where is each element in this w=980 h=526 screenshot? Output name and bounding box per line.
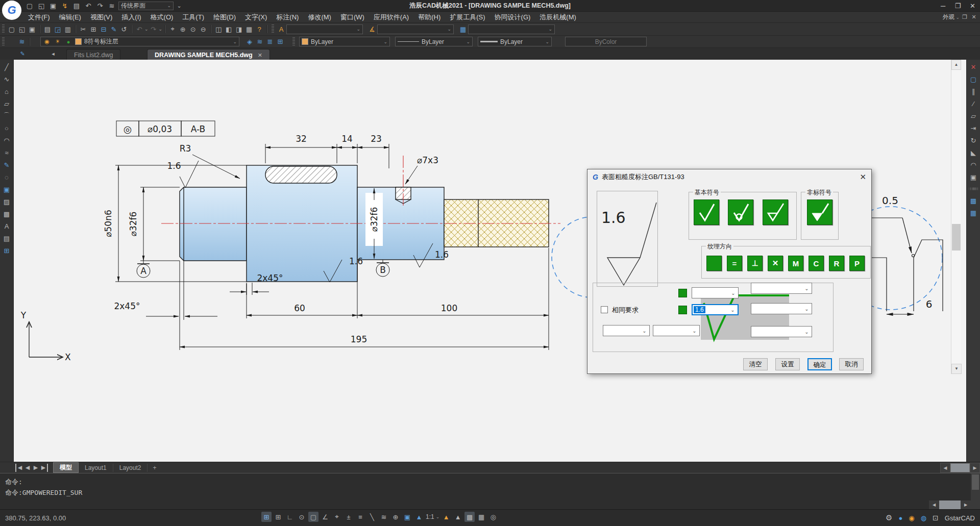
toolbar-grip[interactable] <box>292 37 295 46</box>
cut-icon[interactable]: ✂ <box>78 24 88 34</box>
canvas-vscrollbar[interactable]: ▲ ▼ <box>951 60 961 374</box>
menu-mechanical[interactable]: 浩辰机械(M) <box>535 12 581 23</box>
doc-tab-active[interactable]: DRAWING SAMPLE MECH5.dwg ✕ <box>147 49 270 60</box>
tab-layout2[interactable]: Layout2 <box>113 464 148 472</box>
lineweight-select[interactable]: ByLayer ⌄ <box>478 37 552 46</box>
paste-icon[interactable]: ⊟ <box>99 24 109 34</box>
cmd-scroll-right-icon[interactable]: ▶ <box>961 500 971 509</box>
save-icon[interactable]: ▣ <box>48 1 58 11</box>
transparency-toggle-icon[interactable]: ╲ <box>367 512 377 522</box>
gradient-icon[interactable]: ▩ <box>2 209 12 219</box>
array-icon[interactable]: ▱ <box>968 111 978 121</box>
copy-clip-icon[interactable]: ⊞ <box>88 24 99 34</box>
texture-button-perpendicular[interactable]: ⊥ <box>747 256 763 271</box>
right-select-3[interactable]: ⌄ <box>751 326 812 337</box>
chevron-down-icon[interactable]: ⌄ <box>436 514 440 519</box>
layer-on-icon[interactable]: ◉ <box>43 38 51 46</box>
menu-modify[interactable]: 修改(M) <box>303 12 336 23</box>
basic-symbol-button-2[interactable] <box>728 199 753 225</box>
zoom-window-icon[interactable]: ⊕ <box>178 24 188 34</box>
redo-icon[interactable]: ↷ <box>95 1 105 11</box>
next-layout-icon[interactable]: ▶ <box>32 464 40 472</box>
polar-toggle-icon[interactable]: ⊙ <box>297 512 307 522</box>
trim-icon[interactable]: ▩ <box>968 195 978 206</box>
text-style-select[interactable]: ⌄ <box>286 24 363 34</box>
rotate-icon[interactable]: ↻ <box>968 135 978 145</box>
toolbar-grip[interactable] <box>2 37 5 46</box>
right-select-1[interactable]: ⌄ <box>751 283 812 294</box>
image-icon[interactable]: ⊞ <box>2 245 12 256</box>
rectangle-icon[interactable]: ▱ <box>2 98 12 109</box>
nonstd-symbol-button[interactable] <box>807 199 832 225</box>
block-icon[interactable]: ▣ <box>2 184 12 194</box>
fullscreen-icon[interactable]: ⊡ <box>933 514 939 522</box>
table-icon[interactable]: ▤ <box>2 233 12 243</box>
cmd-hscroll-thumb[interactable] <box>939 500 961 509</box>
fillet-icon[interactable]: ◠ <box>968 160 978 170</box>
menu-express[interactable]: 扩展工具(S) <box>445 12 489 23</box>
dim-style-select[interactable]: ⌄ <box>377 24 454 34</box>
annotation-scale-icon[interactable]: ▲ <box>414 512 424 522</box>
match-properties-icon[interactable]: ✎ <box>109 24 119 34</box>
arc-icon[interactable]: ⌒ <box>2 111 12 121</box>
lineweight-toggle-icon[interactable]: ≡ <box>355 512 365 522</box>
menu-draw[interactable]: 绘图(D) <box>209 12 240 23</box>
cmd-scroll-left-icon[interactable]: ◀ <box>929 500 939 509</box>
upper-color-chip[interactable] <box>678 289 687 297</box>
line-icon[interactable]: ╱ <box>2 62 12 72</box>
menu-collaboration[interactable]: 协同设计(G) <box>490 12 535 23</box>
texture-button-r[interactable]: R <box>829 256 844 271</box>
layer-select[interactable]: ◉ ☀ ● 8符号标注层 ⌄ <box>40 37 239 46</box>
toolbar-options-icon[interactable]: ⌄ <box>175 2 183 10</box>
open-folder-icon[interactable]: ◱ <box>36 1 46 11</box>
menu-insert[interactable]: 插入(I) <box>117 12 145 23</box>
dialog-title-bar[interactable]: G 表面粗糙度标注GB/T131-93 ✕ <box>587 169 871 185</box>
menu-format[interactable]: 格式(O) <box>146 12 178 23</box>
chamfer-icon[interactable]: ◣ <box>968 147 978 158</box>
right-select-2[interactable]: ⌄ <box>751 303 812 314</box>
settings-button[interactable]: 设置 <box>775 358 800 370</box>
zoom-previous-icon[interactable]: ⊖ <box>198 24 208 34</box>
move-icon[interactable]: ⇥ <box>968 123 978 133</box>
print-preview-icon[interactable]: ◲ <box>53 24 63 34</box>
menu-text[interactable]: 文字(X) <box>240 12 272 23</box>
menu-dimension[interactable]: 标注(N) <box>272 12 303 23</box>
save-icon[interactable]: ▣ <box>27 24 37 34</box>
plot-icon[interactable]: ↯ <box>60 1 70 11</box>
menu-help[interactable]: 帮助(H) <box>413 12 445 23</box>
menu-window[interactable]: 窗口(W) <box>336 12 369 23</box>
point-icon[interactable]: ◌ <box>2 172 12 182</box>
restore-button[interactable]: ❐ <box>950 1 965 11</box>
scroll-up-icon[interactable]: ▲ <box>951 60 961 70</box>
ok-button[interactable]: 确定 <box>807 358 832 370</box>
command-window[interactable]: 命令: 命令:GMPOWEREDIT_SUR ◀ ▶ <box>0 473 980 509</box>
tab-edit-icon[interactable]: ✎ <box>18 50 27 58</box>
workspace-select[interactable]: 传统界面 ⌄ <box>118 2 174 10</box>
mirror-icon[interactable]: ∥ <box>968 86 978 96</box>
lower-color-chip[interactable] <box>678 306 687 314</box>
menu-file[interactable]: 文件(F) <box>23 12 55 23</box>
first-layout-icon[interactable]: ◀ <box>15 464 23 472</box>
auto-scale-icon[interactable]: ▲ <box>441 512 451 522</box>
gear-icon[interactable]: ⚙ <box>886 513 892 522</box>
linetype-select[interactable]: ByLayer ⌄ <box>395 37 473 46</box>
layer-states-icon[interactable]: ≋ <box>255 37 265 47</box>
layer-filter-icon[interactable]: ◈ <box>244 37 255 47</box>
assistant-icon[interactable]: ◍ <box>921 514 926 522</box>
dynamic-input-icon[interactable]: ± <box>344 512 354 522</box>
texture-button-parallel[interactable]: = <box>727 256 742 271</box>
open-folder-icon[interactable]: ◱ <box>17 24 27 34</box>
pan-icon[interactable]: ⌖ <box>167 24 178 34</box>
quick-properties-icon[interactable]: ▦ <box>476 512 486 522</box>
menu-view[interactable]: 视图(V) <box>86 12 117 23</box>
bottom-left-select-2[interactable]: ⌄ <box>653 325 700 336</box>
dialog-close-icon[interactable]: ✕ <box>860 172 866 182</box>
erase-icon[interactable]: ✕ <box>968 62 978 72</box>
spline-icon[interactable]: ≈ <box>2 147 12 158</box>
prev-layout-icon[interactable]: ◀ <box>23 464 32 472</box>
minimize-button[interactable]: ─ <box>936 1 950 11</box>
undo-icon[interactable]: ↶ <box>134 24 144 34</box>
selection-cycling-icon[interactable]: ≋ <box>379 512 389 522</box>
hscroll-left-icon[interactable]: ◀ <box>940 463 950 473</box>
circle-icon[interactable]: ○ <box>2 123 12 133</box>
